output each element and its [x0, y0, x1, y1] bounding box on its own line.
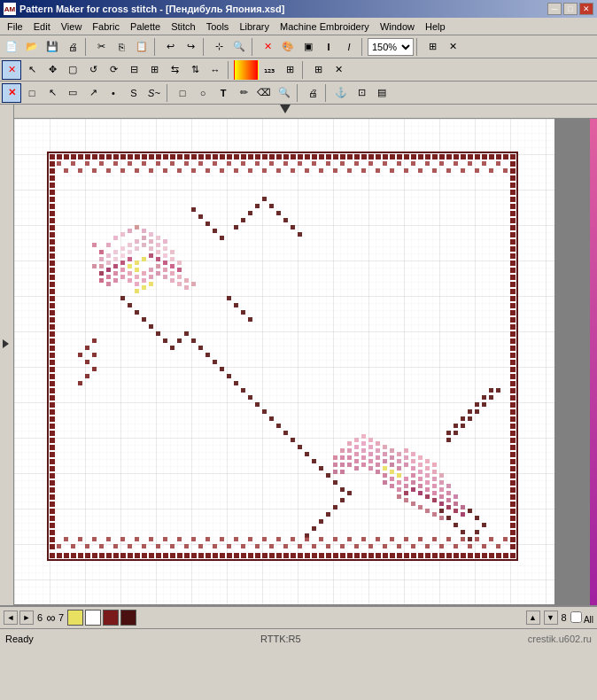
stitch-canvas: // This will be rendered by the SVG cont… [14, 119, 554, 604]
color-swatch-yellow[interactable] [67, 610, 83, 626]
value1-label: 6 [35, 612, 44, 623]
italic-btn[interactable]: I [339, 37, 359, 57]
scroll-down-btn[interactable]: ▼ [544, 611, 558, 625]
color-swatch-brown[interactable] [120, 610, 136, 626]
text2-btn[interactable]: T [213, 83, 233, 103]
select-rect-btn[interactable]: ▭ [63, 83, 82, 103]
minimize-button[interactable]: ─ [547, 3, 562, 15]
grid2-btn[interactable]: ⊞ [308, 60, 328, 80]
refresh-btn[interactable]: ⟳ [104, 60, 123, 80]
svg-rect-563 [404, 168, 408, 173]
palette-btn[interactable]: 🎨 [278, 37, 298, 57]
close-active-btn[interactable]: ✕ [2, 60, 21, 80]
menu-library[interactable]: Library [234, 19, 275, 34]
number-btn[interactable]: ₁₂₃ [260, 60, 279, 80]
scroll-up-btn[interactable]: ▲ [526, 611, 540, 625]
stop-btn[interactable]: ✕ [258, 37, 277, 57]
svg-rect-163 [50, 360, 55, 365]
open-btn[interactable]: 📂 [22, 37, 42, 57]
move-btn[interactable]: ✥ [43, 60, 62, 80]
app-icon: AM [4, 3, 16, 15]
svg-rect-471 [482, 395, 486, 400]
svg-rect-37 [291, 154, 296, 159]
rect-btn[interactable]: □ [22, 83, 42, 103]
svg-rect-47 [361, 154, 367, 159]
cut-btn[interactable]: ✂ [91, 37, 111, 57]
svg-rect-570 [454, 161, 458, 166]
paste-btn[interactable]: 📋 [132, 37, 151, 57]
menu-machine-embroidery[interactable]: Machine Embroidery [275, 19, 375, 34]
select2-btn[interactable]: ▢ [63, 60, 82, 80]
maximize-button[interactable]: □ [563, 3, 578, 15]
cross2-btn[interactable]: ✕ [329, 60, 348, 80]
flip-v-btn[interactable]: ⇅ [185, 60, 205, 80]
scroll-right-btn[interactable]: ► [19, 611, 34, 625]
menu-window[interactable]: Window [375, 19, 420, 34]
page-btn[interactable]: ▤ [372, 83, 392, 103]
menu-fabric[interactable]: Fabric [87, 19, 125, 34]
svg-rect-413 [418, 470, 423, 474]
color-swatch-darkred[interactable] [103, 610, 119, 626]
rotate-btn[interactable]: ↺ [83, 60, 103, 80]
dot-btn[interactable]: • [104, 83, 123, 103]
menu-edit[interactable]: Edit [28, 19, 56, 34]
text-btn[interactable]: I [319, 37, 338, 57]
menu-help[interactable]: Help [420, 19, 451, 34]
pointer-btn[interactable]: ↖ [22, 60, 42, 80]
svg-rect-610 [283, 544, 288, 548]
menu-stitch[interactable]: Stitch [166, 19, 201, 34]
all-checkbox[interactable] [570, 611, 582, 623]
save-btn[interactable]: 💾 [43, 37, 62, 57]
cross-btn[interactable]: ✕ [443, 37, 462, 57]
svg-rect-169 [50, 402, 55, 408]
svg-rect-597 [191, 537, 196, 541]
eraser-btn[interactable]: ⌫ [254, 83, 274, 103]
select-btn[interactable]: ⊹ [209, 37, 229, 57]
resize-btn[interactable]: ↔ [205, 60, 225, 80]
color-swap-btn[interactable] [234, 60, 259, 80]
new-btn[interactable]: 📄 [2, 37, 21, 57]
anchor-btn[interactable]: ⚓ [331, 83, 351, 103]
fill2-btn[interactable]: ⊟ [124, 60, 143, 80]
menu-view[interactable]: View [56, 19, 88, 34]
circle-btn[interactable]: ○ [193, 83, 213, 103]
zoom-select[interactable]: 150% 100% 200% [368, 38, 414, 56]
svg-rect-630 [425, 544, 430, 548]
zoom-in-btn[interactable]: 🔍 [229, 37, 249, 57]
svg-rect-177 [50, 459, 55, 464]
svg-rect-505 [454, 509, 458, 513]
svg-rect-338 [120, 296, 125, 300]
print2-btn[interactable]: 🖨 [303, 83, 322, 103]
nodes-btn[interactable]: ⊡ [352, 83, 371, 103]
svg-rect-583 [92, 537, 97, 541]
x-tool-btn[interactable]: ✕ [2, 83, 21, 103]
copy-btn[interactable]: ⎘ [112, 37, 131, 57]
fill-btn[interactable]: ▣ [298, 37, 318, 57]
svg-rect-605 [248, 537, 252, 541]
select-curve-btn[interactable]: ↗ [83, 83, 103, 103]
menu-palette[interactable]: Palette [125, 19, 166, 34]
scroll-value: 8 [562, 612, 567, 623]
zoom2-btn[interactable]: 🔍 [275, 83, 294, 103]
flip-h-btn[interactable]: ⇆ [165, 60, 184, 80]
canvas-area[interactable]: // This will be rendered by the SVG cont… [14, 119, 597, 604]
stitch-s-btn[interactable]: S [124, 83, 143, 103]
undo-btn[interactable]: ↩ [160, 37, 180, 57]
pen-btn[interactable]: ✏ [234, 83, 253, 103]
stitch-s2-btn[interactable]: S~ [144, 83, 164, 103]
grid-btn[interactable]: ⊞ [423, 37, 442, 57]
redo-btn[interactable]: ↪ [181, 37, 200, 57]
menu-tools[interactable]: Tools [201, 19, 235, 34]
rect2-btn[interactable]: □ [173, 83, 192, 103]
close-button[interactable]: ✕ [579, 3, 593, 15]
color-swatch-white[interactable] [85, 610, 101, 626]
svg-rect-568 [439, 161, 444, 166]
menu-file[interactable]: File [2, 19, 28, 34]
svg-rect-56 [425, 154, 430, 159]
scroll-left-btn[interactable]: ◄ [4, 611, 18, 625]
brush-btn[interactable]: ⊞ [144, 60, 164, 80]
arrow-btn[interactable]: ↖ [43, 83, 62, 103]
canvas-wrapper[interactable]: // This will be rendered by the SVG cont… [14, 105, 597, 605]
symbol-btn[interactable]: ⊞ [280, 60, 299, 80]
print-btn[interactable]: 🖨 [63, 37, 82, 57]
